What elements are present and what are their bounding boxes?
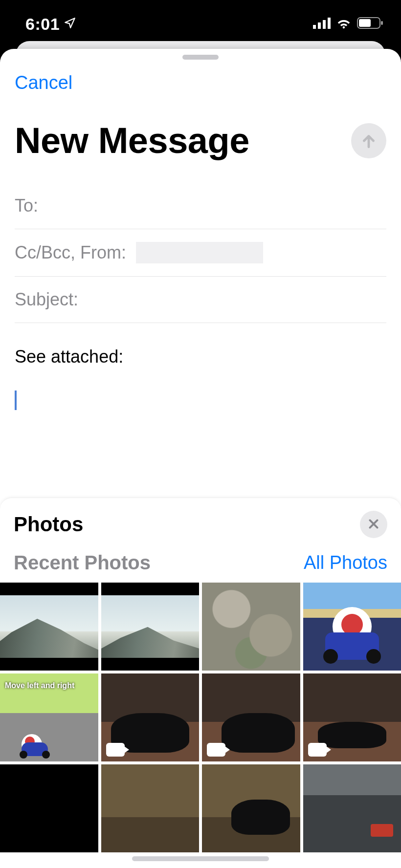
to-field-row[interactable]: To: xyxy=(15,183,386,229)
cancel-button[interactable]: Cancel xyxy=(15,72,72,93)
kart-icon xyxy=(22,742,48,756)
video-thumbnail[interactable] xyxy=(101,673,200,761)
screen: 6:01 Cancel New Message xyxy=(0,0,401,868)
body-divider xyxy=(15,323,386,336)
status-right xyxy=(313,17,383,31)
compose-title: New Message xyxy=(15,120,249,161)
cc-bcc-from-row[interactable]: Cc/Bcc, From: xyxy=(15,229,386,276)
sheet-grabber[interactable] xyxy=(182,55,219,60)
battery-icon xyxy=(357,17,383,31)
cellular-signal-icon xyxy=(313,17,331,31)
body-text: See attached: xyxy=(15,347,386,367)
close-icon xyxy=(367,518,380,532)
video-thumbnail[interactable] xyxy=(202,673,300,761)
all-photos-button[interactable]: All Photos xyxy=(304,552,387,573)
svg-rect-5 xyxy=(359,19,371,27)
photo-thumbnail[interactable] xyxy=(303,764,401,852)
photo-thumbnail[interactable] xyxy=(202,583,300,671)
photo-thumbnail[interactable] xyxy=(202,764,300,852)
video-thumbnail[interactable] xyxy=(303,673,401,761)
to-input[interactable] xyxy=(44,195,386,216)
photo-thumbnail[interactable] xyxy=(303,583,401,671)
title-row: New Message xyxy=(0,93,401,183)
wifi-icon xyxy=(335,17,352,31)
photo-thumbnail[interactable] xyxy=(0,764,98,852)
home-indicator[interactable] xyxy=(132,856,269,861)
subject-input[interactable] xyxy=(84,289,386,310)
compose-sheet: Cancel New Message To: Cc/Bcc, From: Sub… xyxy=(0,49,401,868)
photos-panel-title: Photos xyxy=(14,513,83,536)
subject-row[interactable]: Subject: xyxy=(15,276,386,323)
to-label: To: xyxy=(15,195,38,216)
photos-panel: Photos Recent Photos All Photos xyxy=(0,498,401,868)
svg-rect-2 xyxy=(323,20,326,29)
message-body[interactable]: See attached: xyxy=(0,336,401,419)
status-left: 6:01 xyxy=(25,15,76,34)
sheet-header: Cancel xyxy=(0,60,401,93)
photo-thumbnail[interactable] xyxy=(0,583,98,671)
video-badge-icon xyxy=(207,743,225,757)
send-button[interactable] xyxy=(351,123,386,158)
photos-header: Photos xyxy=(0,498,401,549)
kart-icon xyxy=(325,632,379,660)
video-badge-icon xyxy=(308,743,327,757)
location-arrow-icon xyxy=(64,17,76,31)
svg-rect-3 xyxy=(328,18,331,29)
from-address-redacted xyxy=(136,242,263,263)
video-badge-icon xyxy=(106,743,125,757)
overlay-text: Move left and right xyxy=(5,681,74,690)
photo-grid: Move left and right xyxy=(0,583,401,852)
photo-thumbnail[interactable]: Move left and right xyxy=(0,673,98,761)
subject-label: Subject: xyxy=(15,289,78,310)
photos-subheader: Recent Photos All Photos xyxy=(0,549,401,583)
status-time: 6:01 xyxy=(25,15,60,34)
cc-bcc-from-label: Cc/Bcc, From: xyxy=(15,242,126,263)
photo-thumbnail[interactable] xyxy=(101,764,200,852)
recent-photos-label: Recent Photos xyxy=(14,552,151,574)
svg-rect-0 xyxy=(313,25,316,29)
text-caret xyxy=(15,391,17,410)
arrow-up-icon xyxy=(359,131,378,150)
photo-thumbnail[interactable] xyxy=(101,583,200,671)
svg-rect-1 xyxy=(318,22,321,29)
close-photos-button[interactable] xyxy=(360,511,387,538)
svg-rect-6 xyxy=(381,21,383,25)
